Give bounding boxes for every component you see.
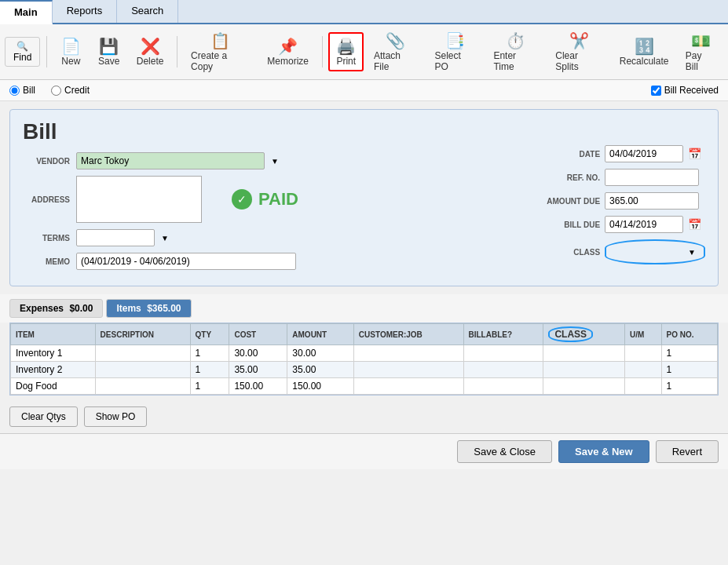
- cell-customer-job: [353, 362, 463, 378]
- cell-description: [95, 345, 190, 362]
- cell-um: [624, 378, 661, 395]
- class-dropdown-arrow[interactable]: ▼: [688, 248, 696, 257]
- terms-input[interactable]: [76, 229, 155, 246]
- cell-qty: 1: [190, 378, 229, 395]
- tab-search[interactable]: Search: [117, 0, 178, 23]
- col-customer-job: CUSTOMER:JOB: [353, 324, 463, 345]
- separator-3: [322, 36, 323, 67]
- find-icon: 🔍: [16, 41, 28, 52]
- cell-description: [95, 362, 190, 378]
- paid-text: PAID: [258, 189, 298, 210]
- bill-due-input[interactable]: [605, 216, 683, 233]
- col-qty: QTY: [190, 324, 229, 345]
- pay-bill-button[interactable]: 💵 Pay Bill: [679, 27, 723, 76]
- items-table-wrapper: ITEM DESCRIPTION QTY COST AMOUNT CUSTOME…: [9, 323, 719, 396]
- find-button[interactable]: 🔍 Find: [5, 37, 40, 67]
- toolbar: 🔍 Find 📄 New 💾 Save ❌ Delete 📋 Create a …: [0, 24, 728, 80]
- bill-radio-label[interactable]: Bill: [9, 85, 35, 96]
- class-row: CLASS ▼: [545, 239, 705, 264]
- terms-dropdown-arrow[interactable]: ▼: [161, 234, 169, 242]
- tab-reports[interactable]: Reports: [53, 0, 118, 23]
- separator-1: [46, 36, 47, 67]
- cell-customer-job: [353, 345, 463, 362]
- revert-button[interactable]: Revert: [656, 440, 719, 463]
- cell-item: Inventory 2: [11, 362, 96, 378]
- vendor-input[interactable]: [76, 152, 265, 170]
- date-calendar-icon[interactable]: 📅: [688, 148, 701, 160]
- cell-item: Inventory 1: [11, 345, 96, 362]
- class-highlight: ▼: [605, 239, 705, 264]
- memorize-icon: 📌: [278, 37, 298, 56]
- bill-received-row: Bill Received: [651, 85, 719, 96]
- date-row: DATE 📅: [545, 145, 705, 162]
- date-input[interactable]: [605, 145, 683, 162]
- save-button[interactable]: 💾 Save: [91, 33, 126, 71]
- footer: Save & Close Save & New Revert: [0, 433, 728, 469]
- enter-time-icon: ⏱️: [506, 31, 525, 50]
- delete-icon: ❌: [141, 37, 160, 56]
- terms-label: TERMS: [23, 234, 70, 242]
- billdue-calendar-icon[interactable]: 📅: [688, 218, 701, 231]
- attach-file-button[interactable]: 📎 Attach File: [367, 27, 425, 76]
- new-icon: 📄: [61, 37, 81, 56]
- clear-splits-button[interactable]: ✂️ Clear Splits: [548, 27, 609, 76]
- save-close-button[interactable]: Save & Close: [457, 440, 552, 463]
- address-label: ADDRESS: [23, 195, 70, 204]
- new-button[interactable]: 📄 New: [53, 33, 88, 71]
- class-input[interactable]: [614, 243, 685, 261]
- recalculate-button[interactable]: 🔢 Recalculate: [613, 33, 675, 71]
- table-header-row: ITEM DESCRIPTION QTY COST AMOUNT CUSTOME…: [11, 324, 718, 345]
- class-col-highlight: CLASS: [548, 326, 593, 342]
- bill-due-label: BILL DUE: [545, 221, 600, 229]
- cell-billable[interactable]: [463, 345, 543, 362]
- table-row[interactable]: Dog Food 1 150.00 150.00 1: [11, 378, 718, 395]
- cell-po-no: 1: [661, 362, 717, 378]
- right-fields: DATE 📅 REF. NO. AMOUNT DUE BILL DUE 📅 CL…: [545, 145, 705, 271]
- amount-due-input[interactable]: [605, 192, 699, 210]
- memo-input[interactable]: [76, 253, 296, 270]
- enter-time-button[interactable]: ⏱️ Enter Time: [486, 27, 545, 76]
- attach-icon: 📎: [386, 31, 405, 50]
- table-row[interactable]: Inventory 1 1 30.00 30.00 1: [11, 345, 718, 362]
- col-description: DESCRIPTION: [95, 324, 190, 345]
- delete-button[interactable]: ❌ Delete: [130, 33, 170, 71]
- memorize-button[interactable]: 📌 Memorize: [261, 33, 316, 71]
- cell-cost: 35.00: [229, 362, 287, 378]
- paid-badge: ✓ PAID: [232, 189, 298, 210]
- refno-row: REF. NO.: [545, 169, 705, 186]
- radio-row: Bill Credit Bill Received: [0, 80, 728, 101]
- credit-radio[interactable]: [51, 86, 61, 96]
- amount-due-row: AMOUNT DUE: [545, 192, 705, 210]
- cell-billable[interactable]: [463, 378, 543, 395]
- paid-checkmark: ✓: [232, 189, 252, 210]
- cell-po-no: 1: [661, 345, 717, 362]
- vendor-dropdown-arrow[interactable]: ▼: [271, 157, 279, 166]
- bill-due-row: BILL DUE 📅: [545, 216, 705, 233]
- col-amount: AMOUNT: [287, 324, 354, 345]
- cell-billable[interactable]: [463, 362, 543, 378]
- copy-icon: 📋: [210, 31, 230, 50]
- save-new-button[interactable]: Save & New: [558, 440, 649, 463]
- create-copy-button[interactable]: 📋 Create a Copy: [184, 27, 258, 76]
- bill-received-checkbox[interactable]: [651, 86, 661, 96]
- cell-class: [543, 345, 625, 362]
- address-field[interactable]: [76, 176, 202, 223]
- cell-cost: 30.00: [229, 345, 287, 362]
- select-po-button[interactable]: 📑 Select PO: [428, 27, 484, 76]
- expenses-tab[interactable]: Expenses $0.00: [9, 299, 103, 318]
- items-tab[interactable]: Items $365.00: [106, 299, 191, 318]
- cell-cost: 150.00: [229, 378, 287, 395]
- table-row[interactable]: Inventory 2 1 35.00 35.00 1: [11, 362, 718, 378]
- print-button[interactable]: 🖨️ Print: [328, 32, 363, 71]
- cell-class: [543, 362, 625, 378]
- col-um: U/M: [624, 324, 661, 345]
- bill-title: Bill: [23, 119, 705, 144]
- tab-main[interactable]: Main: [0, 0, 53, 24]
- show-po-button[interactable]: Show PO: [84, 406, 148, 427]
- clear-qtys-button[interactable]: Clear Qtys: [9, 406, 78, 427]
- credit-radio-label[interactable]: Credit: [51, 85, 90, 96]
- bill-radio[interactable]: [9, 86, 20, 96]
- refno-input[interactable]: [605, 169, 699, 186]
- cell-amount: 35.00: [287, 362, 354, 378]
- cell-um: [624, 362, 661, 378]
